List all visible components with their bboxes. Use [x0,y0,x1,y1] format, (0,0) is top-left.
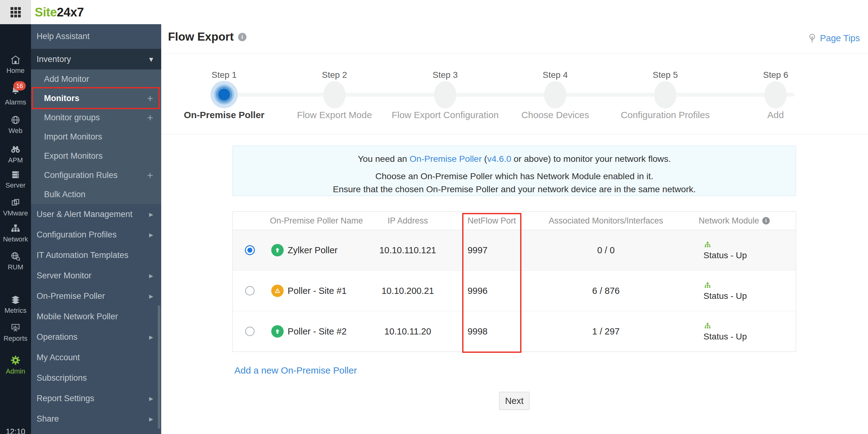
rail-item-home[interactable]: Home [0,55,31,75]
notice-line-1: You need an On-Premise Poller (v4.6.0 or… [233,152,796,165]
rail-item-label: Web [0,127,31,135]
chevron-right-icon: ▸ [149,230,153,240]
globe-icon [10,115,21,125]
logo-text-dark: 24x7 [57,5,84,19]
sidebar-item-label: Bulk Action [44,190,153,199]
module-status: Status - Up [703,332,747,342]
step-number: Step 3 [391,70,499,80]
vmware-icon [10,197,21,208]
sidebar-item-subscriptions[interactable]: Subscriptions [31,368,161,388]
rail-item-admin[interactable]: Admin [0,354,31,375]
step-number: Step 6 [721,70,830,80]
sidebar-item-configuration-profiles[interactable]: Configuration Profiles ▸ [31,224,161,245]
logo-text-green: Site [35,5,57,19]
sidebar-item-label: Configuration Rules [44,170,147,180]
rail-item-apm[interactable]: APM [0,144,31,164]
chevron-down-icon: ▾ [149,55,153,64]
poller-monitors: 0 / 0 [539,245,672,255]
rail-item-label: Home [0,67,31,75]
sidebar-item-label: Import Monitors [44,132,153,142]
rail-item-label: Network [0,235,31,243]
sidebar-item-label: IT Automation Templates [37,250,153,260]
bulb-icon [808,33,817,43]
sidebar-item-import-monitors[interactable]: Import Monitors [31,127,161,146]
next-button[interactable]: Next [499,392,529,410]
rail-item-label: Admin [0,367,31,375]
site24x7-logo[interactable]: Site24x7 [35,0,84,24]
app-switcher-button[interactable] [0,0,31,24]
sidebar-item-my-account[interactable]: My Account [31,347,161,368]
rail-item-metrics[interactable]: Metrics [0,294,31,315]
add-new-poller-link[interactable]: Add a new On-Premise Poller [235,365,357,376]
rail-item-reports[interactable]: Reports [0,322,31,343]
sidebar-item-it-automation-templates[interactable]: IT Automation Templates [31,245,161,266]
rail-item-network[interactable]: Network [0,223,31,243]
topbar: Site24x7 [0,0,868,25]
poller-name: Poller - Site #2 [288,327,347,337]
step-indicator-active [211,81,238,108]
page-tips-link[interactable]: Page Tips [808,33,860,43]
sidebar-item-share[interactable]: Share ▸ [31,409,161,429]
sidebar-item-monitor-groups[interactable]: Monitor groups + [31,108,161,127]
sidebar-item-label: Configuration Profiles [37,230,149,240]
rail-item-label: VMware [0,209,31,217]
step-name: Flow Export Mode [280,110,389,120]
poller-up-icon [271,325,284,338]
rail-item-rum[interactable]: RUM [0,251,31,271]
on-premise-poller-link[interactable]: On-Premise Poller [409,154,482,164]
sidebar-item-on-premise-poller[interactable]: On-Premise Poller ▸ [31,286,161,306]
step-number: Step 5 [611,70,719,80]
chevron-right-icon: ▸ [149,332,153,342]
sidebar-item-operations[interactable]: Operations ▸ [31,327,161,347]
grid-menu-icon [10,7,21,18]
sidebar-item-label: Monitor groups [44,113,147,122]
chevron-right-icon: ▸ [149,271,153,281]
poller-up-icon [271,244,284,256]
poller-name: Zylker Poller [288,245,338,255]
radio-unselected[interactable] [245,327,254,336]
plus-icon[interactable]: + [147,169,153,181]
sidebar-item-inventory[interactable]: Inventory ▾ [31,49,161,69]
sidebar-item-bulk-action[interactable]: Bulk Action [31,185,161,204]
sidebar-item-server-monitor[interactable]: Server Monitor ▸ [31,266,161,286]
home-icon [10,55,21,65]
network-module-icon [703,281,712,289]
rail-item-alarms[interactable]: 16 Alarms [0,85,31,106]
radio-selected[interactable] [245,245,255,255]
sidebar-item-help-assistant[interactable]: Help Assistant [31,24,161,49]
poller-monitors: 6 / 876 [539,286,672,296]
info-icon[interactable]: i [238,33,246,41]
step-number: Step 4 [501,70,610,80]
sidebar-item-label: User & Alert Management [37,210,149,219]
sidebar-item-label: Server Monitor [37,271,149,281]
sidebar-item-user-alert-management[interactable]: User & Alert Management ▸ [31,204,161,224]
poller-notice-box: You need an On-Premise Poller (v4.6.0 or… [232,146,796,196]
wizard-divider [161,134,868,134]
sidebar-item-label: Inventory [37,55,149,64]
plus-icon[interactable]: + [147,112,153,124]
version-link[interactable]: v4.6.0 [487,154,511,164]
sidebar-scrollbar[interactable] [158,305,160,429]
page-tips-label: Page Tips [820,33,860,43]
step-name: Choose Devices [501,110,610,120]
wizard-track [224,93,795,97]
step-number: Step 2 [280,70,389,80]
rum-icon [10,251,21,261]
step-indicator [323,81,346,108]
radio-unselected[interactable] [245,286,254,296]
sidebar-item-report-settings[interactable]: Report Settings ▸ [31,388,161,409]
sidebar-item-mobile-network-poller[interactable]: Mobile Network Poller [31,306,161,327]
sidebar-item-configuration-rules[interactable]: Configuration Rules + [31,165,161,185]
chevron-right-icon: ▸ [149,291,153,301]
sidebar-item-label: Export Monitors [44,151,153,161]
rail-item-vmware[interactable]: VMware [0,197,31,217]
info-icon[interactable]: i [762,217,770,224]
network-icon [10,223,21,234]
sidebar-item-export-monitors[interactable]: Export Monitors [31,146,161,165]
rail-item-server[interactable]: Server [0,169,31,189]
sidebar-item-add-monitor[interactable]: Add Monitor [31,69,161,89]
page-title-text: Flow Export [168,30,234,43]
notice-line-2: Choose an On-Premise Poller which has Ne… [233,169,796,183]
rail-item-web[interactable]: Web [0,115,31,135]
module-status: Status - Up [703,250,747,260]
